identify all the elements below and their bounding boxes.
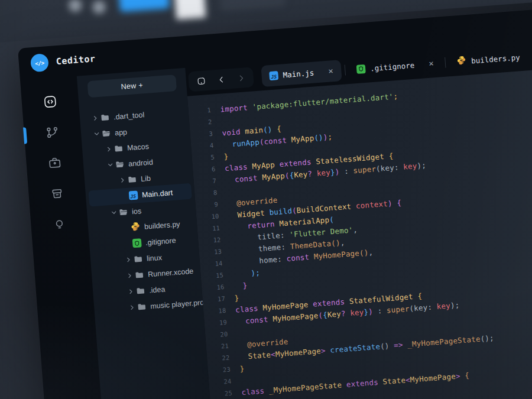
line-number: 4 bbox=[197, 142, 214, 150]
tree-item-label: Main.dart bbox=[142, 189, 173, 199]
sidebar-briefcase-icon[interactable] bbox=[42, 150, 67, 176]
tree-item-label: Runner.xcode bbox=[148, 267, 194, 278]
code-text: } bbox=[234, 293, 239, 303]
line-number: 2 bbox=[195, 118, 212, 126]
tree-item-label: .gitignore bbox=[145, 236, 176, 246]
tree-item-label: .idea bbox=[149, 285, 166, 294]
line-number: 19 bbox=[210, 319, 227, 327]
tab--gitignore[interactable]: .gitignore✕ bbox=[348, 52, 443, 80]
sidebar-archive-box-icon[interactable] bbox=[44, 181, 70, 206]
chevron-right-icon[interactable] bbox=[90, 115, 100, 121]
chevron-spacer bbox=[119, 196, 128, 196]
tab-label: Main.js bbox=[283, 68, 314, 79]
line-number: 23 bbox=[213, 366, 231, 374]
code-editor[interactable]: 1import 'package:flutter/material.dart';… bbox=[187, 63, 532, 399]
line-number: 22 bbox=[213, 354, 230, 362]
line-number: 13 bbox=[205, 248, 222, 256]
tree-item-label: Macos bbox=[127, 142, 150, 152]
line-number: 20 bbox=[211, 330, 228, 339]
back-button chevron-left-icon[interactable] bbox=[213, 71, 229, 87]
js-file-icon: JS bbox=[269, 71, 278, 80]
js-icon: JS bbox=[128, 190, 138, 200]
line-number: 7 bbox=[199, 177, 216, 185]
line-number: 21 bbox=[212, 342, 229, 351]
chevron-right-icon[interactable] bbox=[104, 146, 114, 152]
line-number: 1 bbox=[194, 106, 211, 115]
chevron-right-icon[interactable] bbox=[127, 304, 137, 310]
close-icon[interactable]: ✕ bbox=[328, 68, 334, 75]
new-file-button[interactable]: New + bbox=[87, 74, 177, 98]
folder-icon bbox=[137, 301, 147, 312]
line-number: 12 bbox=[204, 236, 221, 244]
sidebar-git-branch-icon[interactable] bbox=[40, 120, 65, 145]
chevron-right-icon[interactable] bbox=[118, 177, 128, 183]
folder-icon bbox=[134, 270, 144, 280]
folder-icon bbox=[133, 254, 143, 264]
app-title: Ceditor bbox=[56, 53, 96, 67]
folder-open-icon bbox=[115, 160, 125, 170]
tree-item-label: music player.proj bbox=[150, 298, 206, 310]
folder-icon bbox=[135, 286, 145, 296]
chevron-spacer bbox=[121, 228, 131, 228]
tab-label: .gitignore bbox=[370, 60, 415, 73]
close-icon[interactable]: ✕ bbox=[429, 60, 434, 67]
folder-open-icon bbox=[118, 207, 128, 217]
folder-icon bbox=[113, 144, 124, 154]
folder-icon bbox=[100, 112, 110, 122]
git-icon bbox=[132, 238, 142, 248]
line-number: 24 bbox=[215, 378, 232, 386]
file-tree: .dart_toolappMacosandroidLibJSMain.darti… bbox=[79, 96, 203, 319]
blurred-white-panel bbox=[173, 0, 206, 20]
home-button home-icon[interactable] bbox=[193, 73, 209, 89]
blurred-blue-button bbox=[119, 0, 170, 12]
tab-label: builders.py bbox=[471, 53, 521, 65]
code-text: ); bbox=[232, 268, 260, 278]
editor-column: JSMain.js✕.gitignore✕builders.py✕ 1impor… bbox=[185, 35, 532, 399]
tab-divider bbox=[445, 57, 446, 68]
code-text: } bbox=[223, 151, 229, 161]
active-rail-indicator bbox=[23, 127, 27, 144]
chevron-down-icon[interactable] bbox=[105, 162, 115, 168]
tree-item-label: .dart_tool bbox=[113, 111, 145, 121]
python-icon bbox=[131, 222, 141, 232]
app-logo code-slash-icon: </> bbox=[30, 53, 49, 72]
code-text: } bbox=[233, 281, 248, 291]
folder-icon bbox=[127, 174, 137, 184]
code-text: } bbox=[239, 364, 245, 373]
folder-open-icon bbox=[101, 128, 111, 138]
tree-item-label: app bbox=[115, 128, 128, 137]
blurred-circle-button bbox=[92, 0, 106, 14]
line-number: 17 bbox=[208, 295, 225, 303]
line-number: 10 bbox=[202, 212, 219, 220]
tab-divider bbox=[345, 65, 346, 76]
chevron-right-icon[interactable] bbox=[125, 273, 135, 278]
line-number: 6 bbox=[199, 166, 216, 174]
window-content: New + .dart_toolappMacosandroidLibJSMain… bbox=[20, 35, 532, 399]
line-number: 25 bbox=[215, 389, 232, 397]
tree-item-label: linux bbox=[147, 253, 163, 262]
chevron-right-icon[interactable] bbox=[126, 288, 136, 294]
git-file-icon bbox=[356, 64, 366, 74]
tab-main-js[interactable]: JSMain.js✕ bbox=[261, 60, 342, 87]
tab-builders-py[interactable]: builders.py✕ bbox=[449, 44, 532, 73]
line-number: 16 bbox=[207, 283, 225, 291]
blurred-dim-panel bbox=[218, 0, 286, 12]
chevron-down-icon[interactable] bbox=[109, 210, 119, 216]
chevron-down-icon[interactable] bbox=[92, 131, 102, 137]
blurred-circle-button bbox=[68, 0, 82, 12]
tree-item-label: ios bbox=[132, 207, 142, 216]
sidebar-lightbulb-icon[interactable] bbox=[47, 212, 72, 237]
python-file-icon bbox=[456, 55, 466, 67]
forward-button chevron-right-icon[interactable] bbox=[233, 70, 249, 86]
line-number: 8 bbox=[200, 189, 218, 197]
line-number: 3 bbox=[196, 130, 213, 138]
line-number: 18 bbox=[209, 307, 226, 315]
tree-item-label: builders.py bbox=[144, 220, 180, 231]
line-number: 5 bbox=[197, 154, 215, 162]
sidebar-code-icon[interactable] bbox=[37, 89, 63, 115]
tree-item-label: Lib bbox=[141, 174, 151, 183]
line-number: 15 bbox=[206, 271, 223, 280]
tree-item-label: android bbox=[128, 158, 154, 168]
chevron-right-icon[interactable] bbox=[124, 257, 134, 262]
line-number: 11 bbox=[203, 224, 220, 232]
